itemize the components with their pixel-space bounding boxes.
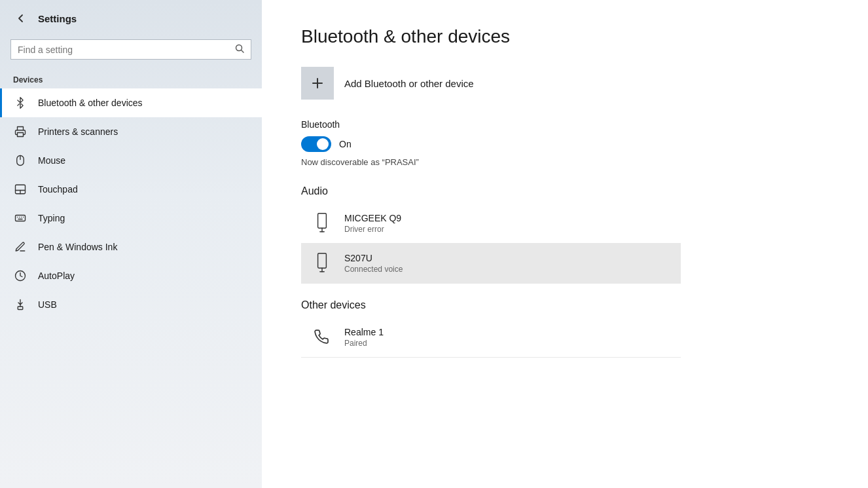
- sidebar-item-autoplay[interactable]: AutoPlay: [0, 261, 262, 290]
- device-name-s207u: S207U: [344, 253, 403, 263]
- sidebar-item-usb[interactable]: USB: [0, 290, 262, 319]
- sidebar: Settings Devices Bluetooth & other devic…: [0, 0, 262, 488]
- discoverable-text: Now discoverable as “PRASAI”: [301, 157, 829, 167]
- other-section-title: Other devices: [301, 299, 829, 311]
- device-status-s207u: Connected voice: [344, 265, 403, 274]
- add-icon: [301, 67, 334, 100]
- device-item-micgeek[interactable]: MICGEEK Q9 Driver error: [301, 204, 681, 244]
- sidebar-item-pen-label: Pen & Windows Ink: [38, 242, 117, 252]
- svg-rect-2: [18, 133, 24, 137]
- bluetooth-label: Bluetooth: [301, 119, 829, 130]
- sidebar-header: Settings: [0, 0, 262, 37]
- device-icon-realme1: [312, 327, 333, 348]
- search-icon: [235, 44, 244, 55]
- svg-rect-8: [16, 216, 26, 221]
- keyboard-icon: [13, 211, 27, 225]
- pen-icon: [13, 240, 27, 254]
- sidebar-item-bluetooth-label: Bluetooth & other devices: [38, 98, 143, 108]
- device-info-realme1: Realme 1 Paired: [344, 327, 384, 348]
- search-input[interactable]: [18, 45, 230, 55]
- mouse-icon: [13, 153, 27, 168]
- sidebar-item-usb-label: USB: [38, 299, 57, 310]
- sidebar-item-mouse[interactable]: Mouse: [0, 146, 262, 175]
- sidebar-item-typing-label: Typing: [38, 213, 65, 223]
- device-info-s207u: S207U Connected voice: [344, 253, 403, 274]
- touchpad-icon: [13, 182, 27, 197]
- sidebar-item-autoplay-label: AutoPlay: [38, 271, 75, 281]
- other-device-list: Realme 1 Paired: [301, 318, 829, 358]
- sidebar-item-printers[interactable]: Printers & scanners: [0, 117, 262, 146]
- device-status-realme1: Paired: [344, 339, 384, 348]
- audio-device-list: MICGEEK Q9 Driver error S207U Connected …: [301, 204, 829, 284]
- device-info-micgeek: MICGEEK Q9 Driver error: [344, 213, 401, 234]
- sidebar-item-mouse-label: Mouse: [38, 155, 65, 166]
- main-content: Bluetooth & other devices Add Bluetooth …: [262, 0, 868, 488]
- sidebar-section-label: Devices: [0, 70, 262, 88]
- bluetooth-icon: [13, 96, 27, 110]
- svg-line-1: [242, 50, 244, 53]
- autoplay-icon: [13, 269, 27, 283]
- sidebar-item-typing[interactable]: Typing: [0, 204, 262, 233]
- back-button[interactable]: [13, 10, 29, 26]
- device-icon-micgeek: [312, 213, 333, 234]
- app-title: Settings: [38, 13, 77, 24]
- usb-icon: [13, 297, 27, 312]
- bluetooth-toggle[interactable]: [301, 136, 331, 152]
- sidebar-item-printers-label: Printers & scanners: [38, 126, 118, 137]
- search-box[interactable]: [10, 39, 251, 60]
- device-name-micgeek: MICGEEK Q9: [344, 213, 401, 223]
- sidebar-item-bluetooth[interactable]: Bluetooth & other devices: [0, 88, 262, 117]
- device-item-s207u[interactable]: S207U Connected voice: [301, 244, 681, 284]
- sidebar-item-touchpad-label: Touchpad: [38, 184, 78, 195]
- toggle-status: On: [339, 139, 352, 149]
- device-status-micgeek: Driver error: [344, 225, 401, 234]
- toggle-row: On: [301, 136, 829, 152]
- device-icon-s207u: [312, 253, 333, 274]
- sidebar-item-pen[interactable]: Pen & Windows Ink: [0, 233, 262, 261]
- svg-rect-17: [318, 253, 327, 268]
- bluetooth-section: Bluetooth On Now discoverable as “PRASAI…: [301, 119, 829, 167]
- back-arrow-icon: [16, 13, 26, 24]
- audio-section-title: Audio: [301, 185, 829, 197]
- page-title: Bluetooth & other devices: [301, 26, 829, 47]
- add-device-label: Add Bluetooth or other device: [344, 78, 474, 89]
- device-item-realme1[interactable]: Realme 1 Paired: [301, 318, 681, 358]
- sidebar-item-touchpad[interactable]: Touchpad: [0, 175, 262, 204]
- device-name-realme1: Realme 1: [344, 327, 384, 337]
- add-device-button[interactable]: Add Bluetooth or other device: [301, 67, 474, 100]
- svg-rect-14: [318, 214, 327, 228]
- printer-icon: [13, 124, 27, 139]
